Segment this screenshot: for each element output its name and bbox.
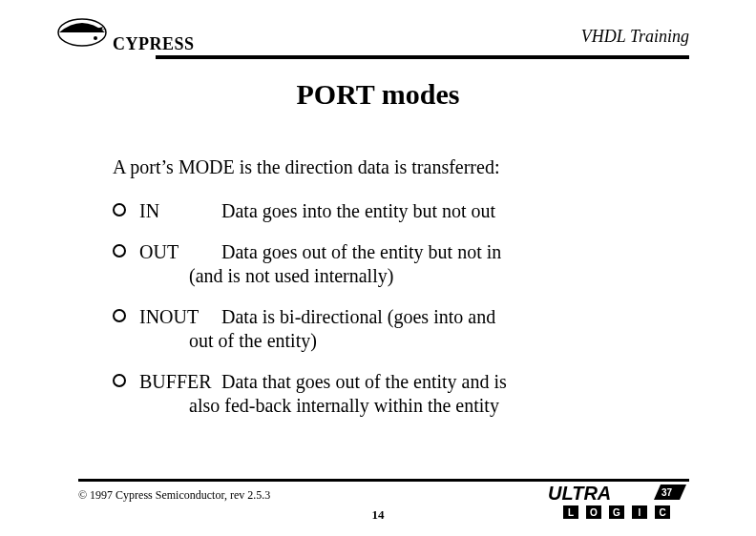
bullet-icon	[113, 203, 126, 216]
logic-boxes: L O G I C	[563, 505, 670, 519]
bullet-item: BUFFERData that goes out of the entity a…	[113, 370, 647, 418]
bullet-icon	[113, 374, 126, 387]
mode-desc-cont: out of the entity)	[139, 329, 647, 353]
bullet-item: OUTData goes out of the entity but not i…	[113, 240, 647, 288]
svg-text:C: C	[659, 507, 665, 518]
bullet-text: OUTData goes out of the entity but not i…	[139, 240, 647, 288]
bullet-icon	[113, 309, 126, 322]
mode-desc-cont: also fed-back internally within the enti…	[139, 394, 647, 418]
footer-divider	[78, 479, 689, 482]
copyright-text: © 1997 Cypress Semiconductor, rev 2.5.3	[78, 488, 270, 503]
bullet-item: INData goes into the entity but not out	[113, 199, 647, 223]
mode-keyword: OUT	[139, 240, 221, 264]
bullet-text: INData goes into the entity but not out	[139, 199, 647, 223]
cypress-logo: CYPRESS	[53, 17, 206, 55]
intro-text: A port’s MODE is the direction data is t…	[113, 156, 647, 178]
mode-keyword: INOUT	[139, 305, 221, 329]
cypress-logo-text: CYPRESS	[113, 34, 195, 53]
svg-text:L: L	[568, 507, 574, 518]
ultra-logic-logo: ULTRA 37 L O G I C	[546, 483, 689, 521]
svg-text:37: 37	[662, 487, 673, 498]
slide-title: PORT modes	[0, 78, 756, 111]
mode-desc: Data that goes out of the entity and is	[221, 371, 507, 392]
bullet-text: INOUTData is bi-directional (goes into a…	[139, 305, 647, 353]
mode-desc-cont: (and is not used internally)	[139, 264, 647, 288]
mode-keyword: IN	[139, 199, 221, 223]
bullet-item: INOUTData is bi-directional (goes into a…	[113, 305, 647, 353]
bullet-icon	[113, 244, 126, 258]
mode-desc: Data is bi-directional (goes into and	[221, 306, 495, 327]
svg-point-1	[94, 36, 97, 40]
ultra-text: ULTRA	[548, 483, 611, 504]
svg-text:O: O	[590, 507, 598, 518]
svg-text:G: G	[613, 507, 620, 518]
bullet-text: BUFFERData that goes out of the entity a…	[139, 370, 647, 418]
header-divider	[156, 55, 689, 59]
header-label: VHDL Training	[581, 27, 689, 47]
header: CYPRESS VHDL Training	[53, 17, 689, 59]
mode-desc: Data goes out of the entity but not in	[221, 241, 501, 262]
svg-text:I: I	[639, 507, 641, 518]
mode-keyword: BUFFER	[139, 370, 221, 394]
mode-desc: Data goes into the entity but not out	[221, 200, 495, 221]
content-area: A port’s MODE is the direction data is t…	[113, 156, 647, 435]
